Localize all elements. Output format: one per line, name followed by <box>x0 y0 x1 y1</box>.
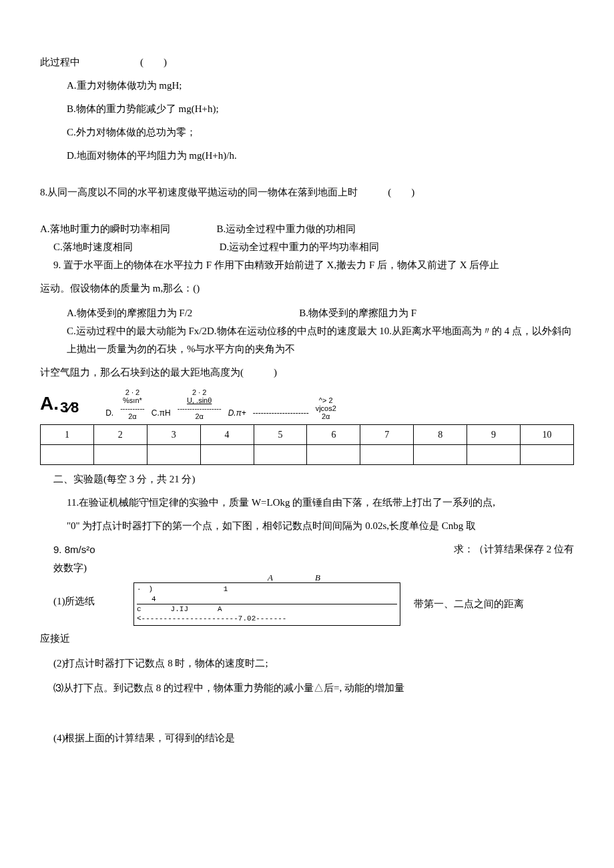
ans-h9[interactable]: 9 <box>467 425 521 445</box>
ans-c5[interactable] <box>254 445 307 465</box>
ans-h7[interactable]: 7 <box>360 425 414 445</box>
ans-h10[interactable]: 10 <box>521 425 574 445</box>
q7-option-d: D.地面对物体的平均阻力为 mg(H+h)/h. <box>40 147 574 165</box>
q10-d2-label: D.π+ <box>222 406 253 421</box>
q11-g: 9. 8m/s²o <box>40 544 95 555</box>
q10-c-label: C.πH <box>145 406 178 421</box>
ans-h5[interactable]: 5 <box>254 425 307 445</box>
diag-line-2: 4 <box>137 594 397 604</box>
ans-h4[interactable]: 4 <box>200 425 254 445</box>
q10-col3-mid: vjcos2 <box>316 404 336 412</box>
q11-p1-left: (1)所选纸 <box>40 592 133 610</box>
q9-option-a: A.物体受到的摩擦阻力为 F/2 <box>40 304 192 322</box>
q11-stem: 11.在验证机械能守恒定律的实验中，质量 W=LOkg 的重锤自由下落，在纸带上… <box>40 494 574 512</box>
ans-h3[interactable]: 3 <box>147 425 200 445</box>
q10-col2-mid: U, .sinθ <box>187 396 212 404</box>
ans-h2[interactable]: 2 <box>93 425 147 445</box>
q10-col2-top: 2 · 2 <box>192 388 206 396</box>
ans-c1[interactable] <box>41 445 94 465</box>
q10-a-frac: 3⁄8 <box>60 394 79 421</box>
ans-c3[interactable] <box>147 445 200 465</box>
ans-c4[interactable] <box>200 445 254 465</box>
q10-options: A. 3⁄8 D. 2 · 2 %sın* ---------- 2α C.πH… <box>40 387 574 420</box>
q11-p4: (4)根据上面的计算结果，可得到的结论是 <box>40 729 574 747</box>
diag-label-a: A <box>268 572 273 582</box>
q10-col2-den: 2α <box>195 412 203 420</box>
q7-option-b: B.物体的重力势能减少了 mg(H+h); <box>40 100 574 118</box>
q10-col1-mid: %sın* <box>123 396 142 404</box>
q10-col3-den: 2α <box>322 412 330 420</box>
tape-diagram: A B · ) 1 4 c J.IJ A <------------------… <box>133 582 400 625</box>
q8-option-c: C.落地时速度相同 <box>40 238 133 256</box>
section-2-title: 二、实验题(每空 3 分，共 21 分) <box>40 470 574 488</box>
diag-line-4: <----------------------7.02------- <box>137 614 397 623</box>
q8-option-b: B.运动全过程中重力做的功相同 <box>170 220 356 238</box>
q9-stem2: 运动。假设物体的质量为 m,那么：() <box>40 280 574 298</box>
ans-c8[interactable] <box>414 445 467 465</box>
ans-h6[interactable]: 6 <box>307 425 360 445</box>
q11-p2: (2)打点计时器打下记数点 8 时，物体的速度时二; <box>40 655 574 673</box>
q10-d-label: D. <box>79 406 120 421</box>
q10-a-label: A. <box>40 387 60 420</box>
q7-option-a: A.重力对物体做功为 mgH; <box>40 77 574 95</box>
ans-h8[interactable]: 8 <box>414 425 467 445</box>
diag-line-3: c J.IJ A <box>137 604 397 614</box>
q9-option-cd: C.运动过程中的最大动能为 Fx/2D.物体在运动位移的中点时的速度最大 10.… <box>40 322 574 358</box>
q11-p1-right: 带第一、二点之间的距离 <box>400 595 524 613</box>
q11-req: 求：（计算结果保存 2 位有 <box>454 540 574 558</box>
diag-label-b: B <box>275 572 320 582</box>
ans-h1[interactable]: 1 <box>41 425 94 445</box>
q11-p3: ⑶从打下点。到记数点 8 的过程中，物体重力势能的减小量△后=, 动能的增加量 <box>40 679 574 697</box>
q8-stem: 8.从同一高度以不同的水平初速度做平抛运动的同一物体在落到地面上时 ( ) <box>40 183 574 201</box>
q8-option-d: D.运动全过程中重力的平均功率相同 <box>133 238 380 256</box>
diag-line-1: · ) 1 <box>137 584 397 594</box>
q10-col3-top: ^> 2 <box>319 396 333 404</box>
q7-intro: 此过程中 ( ) <box>40 53 574 71</box>
ans-c10[interactable] <box>521 445 574 465</box>
q9-stem: 9. 置于水平面上的物体在水平拉力 F 作用下由精致开始前进了 X,撤去力 F … <box>40 256 574 274</box>
answer-table: 1 2 3 4 5 6 7 8 9 10 <box>40 424 574 465</box>
q10-col1-top: 2 · 2 <box>125 388 139 396</box>
ans-c2[interactable] <box>93 445 147 465</box>
q11-p1b: 应接近 <box>40 630 574 648</box>
q11-stem2: "0" 为打点计时器打下的第一个点，如下图，相邻记数点时间间隔为 0.02s,长… <box>40 517 574 535</box>
ans-c7[interactable] <box>360 445 414 465</box>
q9-option-b: B.物体受到的摩擦阻力为 F <box>192 304 416 322</box>
q7-option-c: C.外力对物体做的总功为零； <box>40 123 574 141</box>
q10-col1-den: 2α <box>128 412 136 420</box>
q10-stem: 计空气阻力，那么石块到达的最大距地高度为( ) <box>40 364 574 382</box>
ans-c6[interactable] <box>307 445 360 465</box>
tape-diagram-row: (1)所选纸 A B · ) 1 4 c J.IJ A <-----------… <box>40 582 574 625</box>
q8-option-a: A.落地时重力的瞬时功率相同 <box>40 220 170 238</box>
ans-c9[interactable] <box>467 445 521 465</box>
